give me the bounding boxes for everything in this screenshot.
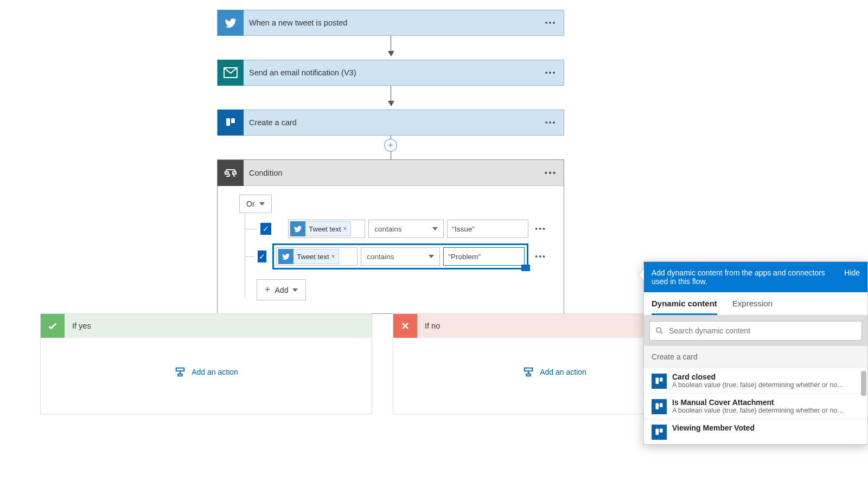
- item-title: Card closed: [672, 373, 846, 381]
- token-label: Tweet text: [297, 253, 329, 261]
- close-icon: [393, 314, 417, 338]
- row-checkbox[interactable]: ✓: [258, 251, 266, 262]
- chevron-down-icon: [429, 255, 434, 258]
- trello-icon: [652, 425, 667, 440]
- svg-rect-3: [231, 118, 235, 123]
- condition-value-input[interactable]: [447, 220, 528, 238]
- search-input[interactable]: [669, 326, 856, 335]
- condition-left-field[interactable]: Tweet text ×: [288, 220, 365, 238]
- section-header: Create a card: [644, 346, 867, 368]
- add-action-label: Add an action: [540, 368, 586, 376]
- branch-title: If yes: [65, 322, 91, 330]
- chevron-down-icon: [432, 227, 438, 230]
- search-icon: [655, 326, 663, 335]
- svg-rect-12: [655, 377, 659, 383]
- svg-rect-16: [660, 403, 663, 407]
- item-title: Viewing Member Voted: [672, 423, 755, 432]
- tab-expression[interactable]: Expression: [732, 299, 773, 315]
- svg-rect-13: [660, 377, 663, 381]
- twitter-icon: [290, 221, 305, 236]
- operator-dropdown[interactable]: contains: [368, 220, 444, 238]
- selection-handle[interactable]: [521, 265, 530, 271]
- panel-header: Add dynamic content from the apps and co…: [644, 262, 867, 292]
- trello-icon: [652, 399, 667, 414]
- mail-icon: [218, 60, 244, 86]
- insert-step-button[interactable]: +: [384, 139, 397, 152]
- twitter-icon: [218, 10, 244, 36]
- condition-left-field[interactable]: Tweet text ×: [276, 247, 358, 266]
- scrollbar-thumb[interactable]: [861, 371, 866, 396]
- row-more-menu[interactable]: •••: [535, 252, 546, 261]
- plus-icon: +: [265, 284, 271, 296]
- group-mode-label: Or: [246, 200, 255, 208]
- token-label: Tweet text: [309, 225, 341, 233]
- operator-dropdown[interactable]: contains: [361, 247, 440, 266]
- step-more-menu[interactable]: •••: [538, 118, 564, 127]
- row-more-menu[interactable]: •••: [535, 224, 546, 233]
- row-connector: [245, 256, 254, 257]
- row-checkbox[interactable]: ✓: [260, 223, 272, 235]
- step-title: Send an email notification (V3): [244, 68, 538, 77]
- list-item[interactable]: Viewing Member Voted: [644, 419, 867, 444]
- dynamic-token[interactable]: Tweet text ×: [278, 249, 339, 264]
- item-title: Is Manual Cover Attachment: [672, 398, 846, 407]
- branch-header: If yes: [41, 314, 372, 338]
- svg-rect-8: [525, 368, 533, 371]
- panel-header-text: Add dynamic content from the apps and co…: [652, 268, 825, 286]
- panel-tabs: Dynamic content Expression: [644, 292, 867, 316]
- active-row-highlight: Tweet text × contains: [272, 243, 528, 269]
- trigger-step[interactable]: When a new tweet is posted •••: [217, 10, 564, 36]
- token-remove[interactable]: ×: [331, 253, 335, 260]
- group-mode-dropdown[interactable]: Or: [239, 195, 272, 213]
- add-action-label: Add an action: [192, 368, 238, 376]
- svg-rect-4: [225, 172, 228, 174]
- operator-label: contains: [367, 253, 394, 261]
- item-description: A boolean value (true, false) determinin…: [672, 407, 846, 414]
- svg-rect-7: [178, 374, 182, 376]
- chevron-down-icon: [259, 202, 265, 206]
- list-item[interactable]: Is Manual Cover Attachment A boolean val…: [644, 393, 867, 419]
- svg-rect-18: [655, 428, 659, 434]
- check-icon: [41, 314, 65, 338]
- svg-rect-6: [176, 368, 184, 371]
- dynamic-content-list: Card closed A boolean value (true, false…: [644, 368, 867, 444]
- twitter-icon: [278, 249, 293, 264]
- search-field[interactable]: [649, 321, 862, 341]
- trello-icon: [652, 374, 667, 389]
- item-description: A boolean value (true, false) determinin…: [672, 381, 846, 389]
- step-more-menu[interactable]: •••: [538, 18, 564, 27]
- dynamic-content-panel: Add dynamic content from the apps and co…: [643, 261, 868, 445]
- panel-caret: [639, 269, 644, 280]
- if-yes-branch: If yes Add an action: [40, 313, 372, 414]
- dynamic-token[interactable]: Tweet text ×: [290, 221, 350, 236]
- svg-rect-9: [527, 374, 531, 376]
- token-remove[interactable]: ×: [343, 225, 347, 233]
- condition-card: Condition ••• Or ✓ Tweet text: [217, 159, 564, 314]
- svg-point-10: [656, 328, 661, 332]
- step-more-menu[interactable]: •••: [538, 68, 564, 77]
- add-condition-button[interactable]: + Add: [257, 279, 306, 300]
- list-item[interactable]: Card closed A boolean value (true, false…: [644, 368, 867, 393]
- trello-icon: [218, 110, 244, 136]
- hide-button[interactable]: Hide: [844, 268, 860, 277]
- condition-row: ✓ Tweet text × contains •••: [239, 220, 546, 238]
- action-step-email[interactable]: Send an email notification (V3) •••: [217, 60, 564, 86]
- step-title: When a new tweet is posted: [244, 18, 538, 27]
- svg-rect-5: [233, 172, 236, 174]
- svg-rect-2: [226, 118, 230, 126]
- condition-value-input[interactable]: [443, 247, 525, 266]
- step-title: Create a card: [244, 118, 538, 127]
- condition-more-menu[interactable]: •••: [538, 168, 564, 178]
- add-action-button[interactable]: Add an action: [41, 366, 372, 378]
- branch-title: If no: [417, 322, 440, 330]
- condition-title: Condition: [244, 169, 538, 177]
- add-label: Add: [275, 286, 289, 294]
- condition-icon: [218, 160, 244, 186]
- svg-rect-19: [660, 428, 663, 432]
- chevron-down-icon: [292, 288, 298, 292]
- tab-dynamic-content[interactable]: Dynamic content: [652, 299, 717, 315]
- condition-row: ✓ Tweet text × contains: [239, 243, 546, 269]
- operator-label: contains: [374, 225, 401, 233]
- condition-header[interactable]: Condition •••: [218, 160, 564, 186]
- action-step-trello[interactable]: Create a card •••: [217, 110, 564, 136]
